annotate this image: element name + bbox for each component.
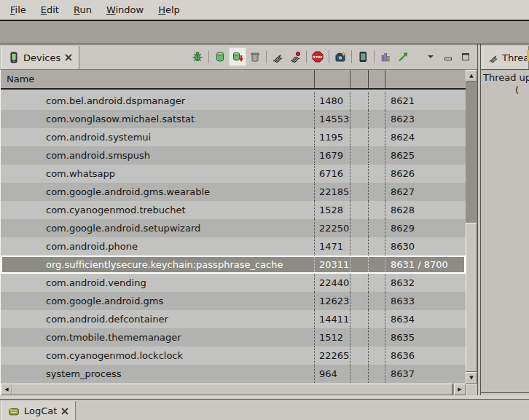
table-row[interactable]: com.cyanogenmod.lockclock 22265 8636 bbox=[1, 346, 466, 365]
horizontal-scroll-thumb[interactable] bbox=[12, 384, 452, 395]
process-port: 8631 / 8700 bbox=[385, 255, 466, 274]
scroll-down-button[interactable]: ▼ bbox=[466, 372, 477, 384]
process-pid: 14411 bbox=[314, 310, 350, 328]
stop-process-button[interactable]: STOP bbox=[309, 47, 326, 66]
process-pid: 1679 bbox=[314, 146, 350, 165]
process-port: 8636 bbox=[385, 346, 466, 365]
status-cell bbox=[350, 183, 368, 201]
status-cell bbox=[350, 219, 368, 237]
horizontal-scrollbar[interactable]: ◀ ▶ bbox=[1, 384, 466, 395]
update-heap-button[interactable] bbox=[211, 47, 229, 66]
scroll-right-button[interactable]: ▶ bbox=[454, 384, 466, 395]
process-pid: 1471 bbox=[314, 237, 350, 255]
status-cell bbox=[350, 146, 368, 165]
process-pid: 1528 bbox=[314, 201, 350, 219]
process-port: 8634 bbox=[385, 310, 466, 328]
table-row[interactable]: com.google.android.setupwizard 22250 862… bbox=[1, 219, 466, 237]
toolbar-separator bbox=[351, 50, 352, 63]
screen-capture-button[interactable] bbox=[332, 47, 349, 66]
sysinfo-button[interactable] bbox=[377, 47, 394, 66]
cause-gc-button[interactable] bbox=[246, 47, 264, 66]
minimize-button[interactable] bbox=[439, 47, 457, 66]
column-header-status1[interactable] bbox=[350, 70, 368, 88]
table-row[interactable]: com.android.smspush 1679 8625 bbox=[1, 146, 466, 165]
process-name: com.vonglasow.michael.satstat bbox=[1, 110, 314, 128]
screen-record-button[interactable] bbox=[354, 47, 372, 66]
devices-toolbar: STOP bbox=[189, 47, 474, 67]
process-port: 8625 bbox=[385, 146, 466, 165]
table-row[interactable]: com.tmobile.thememanager 1512 8635 bbox=[1, 328, 466, 346]
process-name: com.android.phone bbox=[1, 237, 314, 255]
threads-tab-icon bbox=[488, 52, 498, 63]
process-pid: 22185 bbox=[314, 183, 350, 201]
process-name: com.android.vending bbox=[1, 274, 314, 292]
menu-item[interactable]: Window bbox=[99, 2, 151, 17]
vertical-scrollbar[interactable]: ▲ ▼ bbox=[466, 70, 477, 384]
table-row[interactable]: com.google.android.gms.wearable 22185 86… bbox=[1, 183, 466, 201]
menu-item[interactable]: Edit bbox=[34, 2, 66, 17]
table-row[interactable]: com.android.vending 22440 8632 bbox=[1, 274, 466, 292]
minimize-icon bbox=[443, 52, 453, 62]
process-port: 8627 bbox=[385, 183, 466, 201]
method-profiling-button[interactable] bbox=[286, 47, 304, 66]
status-cell bbox=[350, 365, 368, 383]
dump-hprof-button[interactable] bbox=[229, 47, 246, 66]
status-cell bbox=[368, 110, 385, 128]
phone-icon bbox=[8, 52, 20, 63]
process-name: com.bel.android.dspmanager bbox=[1, 92, 314, 110]
table-row[interactable]: system_process 964 8637 bbox=[1, 365, 466, 383]
process-name: com.android.systemui bbox=[1, 128, 314, 146]
process-name: com.android.defcontainer bbox=[1, 310, 314, 328]
column-header-name[interactable]: Name bbox=[1, 70, 314, 88]
tab-devices[interactable]: Devices bbox=[1, 46, 79, 69]
process-name: com.android.smspush bbox=[1, 146, 314, 165]
process-name: com.google.android.gms.wearable bbox=[1, 183, 314, 201]
table-row[interactable]: com.android.phone 1471 8630 bbox=[1, 237, 466, 255]
vertical-scroll-thumb[interactable] bbox=[466, 223, 477, 372]
table-row[interactable]: com.vonglasow.michael.satstat 14553 8623 bbox=[1, 110, 466, 128]
menu-item[interactable]: Run bbox=[66, 2, 99, 17]
close-icon[interactable] bbox=[64, 53, 73, 62]
green-arrow-icon bbox=[397, 51, 409, 63]
maximize-button[interactable] bbox=[457, 47, 474, 66]
process-pid: 12623 bbox=[314, 292, 350, 310]
devices-table: Name com.bel.android.dspmanager 1 bbox=[0, 69, 477, 395]
table-row[interactable]: com.android.systemui 1195 8624 bbox=[1, 128, 466, 146]
tab-logcat[interactable]: LogCat bbox=[1, 401, 76, 420]
process-pid: 20311 bbox=[314, 255, 350, 274]
process-port: 8623 bbox=[385, 110, 466, 128]
table-row[interactable]: com.whatsapp 6716 8626 bbox=[1, 165, 466, 183]
status-cell bbox=[368, 165, 385, 183]
menu-item[interactable]: File bbox=[3, 2, 34, 17]
device-record-icon bbox=[357, 51, 369, 63]
table-row[interactable]: org.sufficientlysecure.keychain:passphra… bbox=[1, 255, 466, 274]
status-cell bbox=[368, 92, 385, 110]
table-body: com.bel.android.dspmanager 1480 8621 com… bbox=[1, 90, 466, 384]
devices-view: Devices bbox=[0, 44, 477, 395]
table-row[interactable]: com.android.defcontainer 14411 8634 bbox=[1, 310, 466, 328]
process-port: 8629 bbox=[385, 219, 466, 237]
debug-process-button[interactable] bbox=[189, 47, 206, 66]
update-threads-button[interactable] bbox=[269, 47, 286, 66]
column-header-port[interactable] bbox=[385, 70, 466, 88]
table-row[interactable]: com.cyanogenmod.trebuchet 1528 8628 bbox=[1, 201, 466, 219]
process-port: 8633 bbox=[385, 292, 466, 310]
close-icon[interactable] bbox=[60, 407, 69, 416]
view-menu-button[interactable] bbox=[422, 47, 439, 66]
status-cell bbox=[368, 346, 385, 365]
table-row[interactable]: com.google.android.gms 12623 8633 bbox=[1, 292, 466, 310]
hprof-icon bbox=[232, 51, 243, 63]
column-header-pid[interactable] bbox=[314, 70, 350, 88]
column-header-status2[interactable] bbox=[368, 70, 385, 88]
scroll-left-button[interactable]: ◀ bbox=[1, 384, 12, 395]
process-pid: 1512 bbox=[314, 328, 350, 346]
threads-tab-band: Threads bbox=[481, 44, 529, 69]
tracing-button[interactable] bbox=[394, 47, 412, 66]
scroll-up-button[interactable]: ▲ bbox=[466, 70, 477, 82]
menu-item[interactable]: Help bbox=[151, 2, 187, 17]
status-cell bbox=[368, 292, 385, 310]
stop-icon: STOP bbox=[312, 51, 324, 63]
table-row[interactable]: com.bel.android.dspmanager 1480 8621 bbox=[1, 92, 466, 110]
tab-threads[interactable]: Threads bbox=[482, 46, 529, 69]
status-cell bbox=[350, 128, 368, 146]
